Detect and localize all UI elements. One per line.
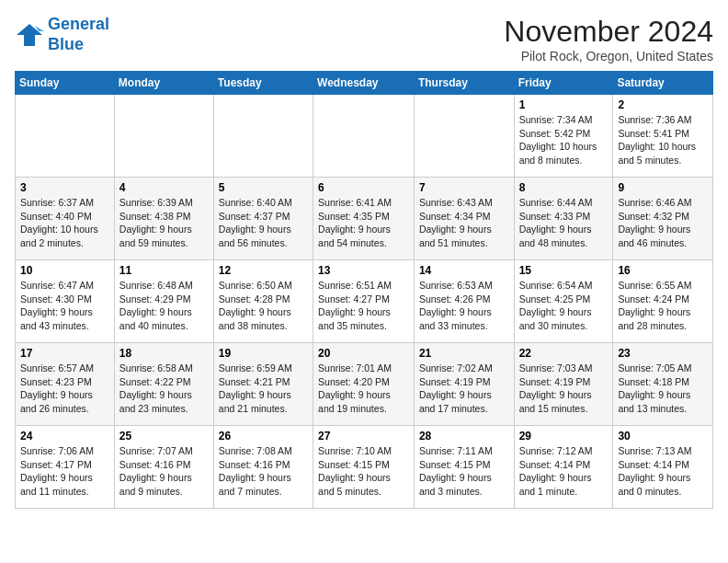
day-number: 26 bbox=[219, 430, 308, 442]
calendar-cell bbox=[16, 95, 115, 178]
day-number: 25 bbox=[119, 430, 209, 442]
calendar-cell: 28Sunrise: 7:11 AM Sunset: 4:15 PM Dayli… bbox=[414, 426, 514, 509]
calendar-cell: 30Sunrise: 7:13 AM Sunset: 4:14 PM Dayli… bbox=[613, 426, 713, 509]
calendar-cell: 26Sunrise: 7:08 AM Sunset: 4:16 PM Dayli… bbox=[213, 426, 313, 509]
day-info: Sunrise: 7:10 AM Sunset: 4:15 PM Dayligh… bbox=[318, 444, 409, 499]
day-info: Sunrise: 7:12 AM Sunset: 4:14 PM Dayligh… bbox=[519, 444, 609, 499]
day-info: Sunrise: 7:36 AM Sunset: 5:41 PM Dayligh… bbox=[618, 113, 708, 167]
month-title: November 2024 bbox=[504, 15, 713, 49]
day-info: Sunrise: 7:02 AM Sunset: 4:19 PM Dayligh… bbox=[419, 362, 509, 416]
day-number: 6 bbox=[318, 181, 409, 194]
calendar-cell: 27Sunrise: 7:10 AM Sunset: 4:15 PM Dayli… bbox=[313, 426, 415, 509]
weekday-sunday: Sunday bbox=[16, 72, 115, 95]
calendar-cell: 6Sunrise: 6:41 AM Sunset: 4:35 PM Daylig… bbox=[313, 178, 415, 260]
calendar-cell: 5Sunrise: 6:40 AM Sunset: 4:37 PM Daylig… bbox=[213, 178, 313, 260]
day-number: 14 bbox=[419, 264, 509, 277]
day-number: 7 bbox=[419, 181, 509, 194]
calendar-cell bbox=[313, 95, 415, 178]
day-info: Sunrise: 6:58 AM Sunset: 4:22 PM Dayligh… bbox=[119, 362, 209, 416]
day-number: 28 bbox=[419, 430, 509, 442]
day-info: Sunrise: 6:57 AM Sunset: 4:23 PM Dayligh… bbox=[20, 362, 109, 416]
calendar-cell: 20Sunrise: 7:01 AM Sunset: 4:20 PM Dayli… bbox=[313, 343, 415, 426]
calendar-cell: 4Sunrise: 6:39 AM Sunset: 4:38 PM Daylig… bbox=[114, 178, 213, 260]
day-info: Sunrise: 6:44 AM Sunset: 4:33 PM Dayligh… bbox=[519, 196, 609, 250]
day-info: Sunrise: 7:03 AM Sunset: 4:19 PM Dayligh… bbox=[519, 362, 609, 416]
day-info: Sunrise: 7:11 AM Sunset: 4:15 PM Dayligh… bbox=[419, 444, 509, 499]
calendar-cell: 1Sunrise: 7:34 AM Sunset: 5:42 PM Daylig… bbox=[514, 95, 613, 178]
day-number: 11 bbox=[119, 264, 209, 277]
page-header: General Blue November 2024 Pilot Rock, O… bbox=[15, 15, 713, 63]
calendar-cell: 10Sunrise: 6:47 AM Sunset: 4:30 PM Dayli… bbox=[16, 260, 115, 343]
week-row-1: 1Sunrise: 7:34 AM Sunset: 5:42 PM Daylig… bbox=[16, 95, 713, 178]
day-info: Sunrise: 6:59 AM Sunset: 4:21 PM Dayligh… bbox=[219, 362, 308, 416]
calendar-cell: 18Sunrise: 6:58 AM Sunset: 4:22 PM Dayli… bbox=[114, 343, 213, 426]
calendar-cell: 17Sunrise: 6:57 AM Sunset: 4:23 PM Dayli… bbox=[16, 343, 115, 426]
week-row-5: 24Sunrise: 7:06 AM Sunset: 4:17 PM Dayli… bbox=[16, 426, 713, 509]
day-number: 15 bbox=[519, 264, 609, 277]
calendar-cell bbox=[213, 95, 313, 178]
day-info: Sunrise: 7:34 AM Sunset: 5:42 PM Dayligh… bbox=[519, 113, 609, 167]
calendar-cell: 7Sunrise: 6:43 AM Sunset: 4:34 PM Daylig… bbox=[414, 178, 514, 260]
title-block: November 2024 Pilot Rock, Oregon, United… bbox=[504, 15, 713, 63]
svg-marker-0 bbox=[17, 24, 42, 46]
day-info: Sunrise: 6:46 AM Sunset: 4:32 PM Dayligh… bbox=[618, 196, 708, 250]
weekday-monday: Monday bbox=[114, 72, 213, 95]
weekday-friday: Friday bbox=[514, 72, 613, 95]
day-number: 16 bbox=[618, 264, 708, 277]
day-number: 2 bbox=[618, 98, 708, 111]
calendar-cell: 2Sunrise: 7:36 AM Sunset: 5:41 PM Daylig… bbox=[613, 95, 713, 178]
calendar-cell: 19Sunrise: 6:59 AM Sunset: 4:21 PM Dayli… bbox=[213, 343, 313, 426]
day-number: 17 bbox=[20, 347, 109, 360]
day-number: 23 bbox=[618, 347, 708, 360]
day-number: 9 bbox=[618, 181, 708, 194]
weekday-tuesday: Tuesday bbox=[213, 72, 313, 95]
day-number: 19 bbox=[219, 347, 308, 360]
logo: General Blue bbox=[15, 15, 109, 54]
day-info: Sunrise: 6:43 AM Sunset: 4:34 PM Dayligh… bbox=[419, 196, 509, 250]
day-number: 30 bbox=[618, 430, 708, 442]
logo-icon bbox=[15, 22, 44, 48]
day-number: 10 bbox=[20, 264, 109, 277]
day-number: 27 bbox=[318, 430, 409, 442]
day-info: Sunrise: 6:48 AM Sunset: 4:29 PM Dayligh… bbox=[119, 279, 209, 333]
calendar-cell: 16Sunrise: 6:55 AM Sunset: 4:24 PM Dayli… bbox=[613, 260, 713, 343]
day-info: Sunrise: 6:39 AM Sunset: 4:38 PM Dayligh… bbox=[119, 196, 209, 250]
calendar-cell: 25Sunrise: 7:07 AM Sunset: 4:16 PM Dayli… bbox=[114, 426, 213, 509]
calendar-cell bbox=[414, 95, 514, 178]
day-number: 1 bbox=[519, 98, 609, 111]
calendar-body: 1Sunrise: 7:34 AM Sunset: 5:42 PM Daylig… bbox=[16, 95, 713, 509]
day-number: 24 bbox=[20, 430, 109, 442]
day-number: 22 bbox=[519, 347, 609, 360]
day-info: Sunrise: 7:08 AM Sunset: 4:16 PM Dayligh… bbox=[219, 444, 308, 499]
day-info: Sunrise: 7:05 AM Sunset: 4:18 PM Dayligh… bbox=[618, 362, 708, 416]
weekday-saturday: Saturday bbox=[613, 72, 713, 95]
calendar-cell bbox=[114, 95, 213, 178]
calendar-cell: 3Sunrise: 6:37 AM Sunset: 4:40 PM Daylig… bbox=[16, 178, 115, 260]
calendar-cell: 9Sunrise: 6:46 AM Sunset: 4:32 PM Daylig… bbox=[613, 178, 713, 260]
week-row-4: 17Sunrise: 6:57 AM Sunset: 4:23 PM Dayli… bbox=[16, 343, 713, 426]
day-info: Sunrise: 7:01 AM Sunset: 4:20 PM Dayligh… bbox=[318, 362, 409, 416]
logo-text: General Blue bbox=[48, 15, 109, 54]
day-number: 13 bbox=[318, 264, 409, 277]
day-info: Sunrise: 7:07 AM Sunset: 4:16 PM Dayligh… bbox=[119, 444, 209, 499]
calendar-cell: 11Sunrise: 6:48 AM Sunset: 4:29 PM Dayli… bbox=[114, 260, 213, 343]
day-info: Sunrise: 6:51 AM Sunset: 4:27 PM Dayligh… bbox=[318, 279, 409, 333]
calendar-cell: 22Sunrise: 7:03 AM Sunset: 4:19 PM Dayli… bbox=[514, 343, 613, 426]
day-info: Sunrise: 6:37 AM Sunset: 4:40 PM Dayligh… bbox=[20, 196, 109, 250]
day-info: Sunrise: 7:06 AM Sunset: 4:17 PM Dayligh… bbox=[20, 444, 109, 499]
day-info: Sunrise: 6:41 AM Sunset: 4:35 PM Dayligh… bbox=[318, 196, 409, 250]
calendar-cell: 23Sunrise: 7:05 AM Sunset: 4:18 PM Dayli… bbox=[613, 343, 713, 426]
day-info: Sunrise: 6:47 AM Sunset: 4:30 PM Dayligh… bbox=[20, 279, 109, 333]
day-number: 29 bbox=[519, 430, 609, 442]
day-info: Sunrise: 6:50 AM Sunset: 4:28 PM Dayligh… bbox=[219, 279, 308, 333]
calendar-cell: 14Sunrise: 6:53 AM Sunset: 4:26 PM Dayli… bbox=[414, 260, 514, 343]
day-info: Sunrise: 7:13 AM Sunset: 4:14 PM Dayligh… bbox=[618, 444, 708, 499]
day-number: 4 bbox=[119, 181, 209, 194]
day-number: 20 bbox=[318, 347, 409, 360]
weekday-wednesday: Wednesday bbox=[313, 72, 415, 95]
day-info: Sunrise: 6:53 AM Sunset: 4:26 PM Dayligh… bbox=[419, 279, 509, 333]
day-info: Sunrise: 6:40 AM Sunset: 4:37 PM Dayligh… bbox=[219, 196, 308, 250]
day-number: 18 bbox=[119, 347, 209, 360]
day-number: 21 bbox=[419, 347, 509, 360]
location-label: Pilot Rock, Oregon, United States bbox=[504, 49, 713, 63]
